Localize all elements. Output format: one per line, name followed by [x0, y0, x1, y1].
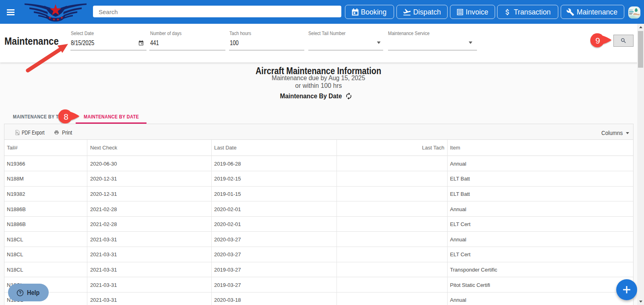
svg-text:9: 9: [595, 36, 600, 45]
svg-text:8: 8: [64, 112, 68, 121]
